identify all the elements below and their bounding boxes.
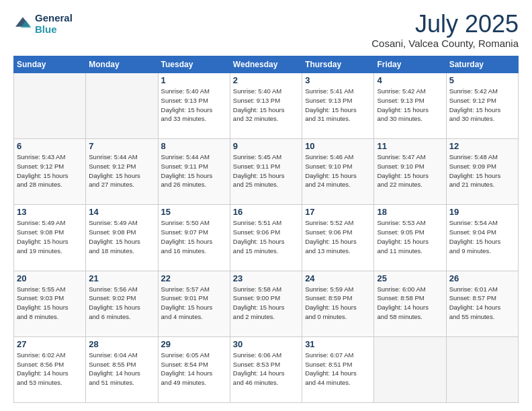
day-info: Sunrise: 5:55 AM Sunset: 9:03 PM Dayligh… xyxy=(17,285,83,322)
day-number: 24 xyxy=(305,273,371,283)
day-info: Sunrise: 6:07 AM Sunset: 8:51 PM Dayligh… xyxy=(305,351,371,387)
day-number: 31 xyxy=(305,339,371,349)
day-info: Sunrise: 5:40 AM Sunset: 9:13 PM Dayligh… xyxy=(161,87,227,124)
day-info: Sunrise: 6:04 AM Sunset: 8:55 PM Dayligh… xyxy=(89,351,154,387)
day-number: 3 xyxy=(305,75,371,85)
calendar-cell: 14Sunrise: 5:49 AM Sunset: 9:08 PM Dayli… xyxy=(86,205,158,271)
calendar-cell xyxy=(86,73,158,139)
day-info: Sunrise: 5:44 AM Sunset: 9:11 PM Dayligh… xyxy=(161,152,227,189)
day-info: Sunrise: 6:06 AM Sunset: 8:53 PM Dayligh… xyxy=(233,351,299,387)
day-number: 2 xyxy=(233,75,299,85)
calendar-cell: 21Sunrise: 5:56 AM Sunset: 9:02 PM Dayli… xyxy=(86,271,158,336)
day-info: Sunrise: 5:54 AM Sunset: 9:04 PM Dayligh… xyxy=(449,218,515,255)
day-info: Sunrise: 5:58 AM Sunset: 9:00 PM Dayligh… xyxy=(233,285,299,322)
logo-text: General Blue xyxy=(35,12,73,36)
calendar-cell xyxy=(446,336,518,402)
col-wednesday: Wednesday xyxy=(230,56,302,73)
day-number: 22 xyxy=(161,273,227,283)
day-info: Sunrise: 5:43 AM Sunset: 9:12 PM Dayligh… xyxy=(17,152,83,189)
day-info: Sunrise: 5:49 AM Sunset: 9:08 PM Dayligh… xyxy=(89,218,154,255)
calendar-cell: 10Sunrise: 5:46 AM Sunset: 9:10 PM Dayli… xyxy=(302,139,374,205)
calendar-header-row: Sunday Monday Tuesday Wednesday Thursday… xyxy=(14,56,519,73)
day-info: Sunrise: 6:02 AM Sunset: 8:56 PM Dayligh… xyxy=(17,351,83,387)
day-number: 17 xyxy=(305,207,371,217)
calendar-cell xyxy=(14,73,86,139)
day-number: 15 xyxy=(161,207,227,217)
calendar-cell: 20Sunrise: 5:55 AM Sunset: 9:03 PM Dayli… xyxy=(14,271,86,336)
day-info: Sunrise: 5:52 AM Sunset: 9:06 PM Dayligh… xyxy=(305,218,371,255)
day-info: Sunrise: 5:42 AM Sunset: 9:12 PM Dayligh… xyxy=(449,87,515,124)
logo-icon xyxy=(13,16,32,31)
calendar-cell: 30Sunrise: 6:06 AM Sunset: 8:53 PM Dayli… xyxy=(230,336,302,402)
calendar-cell: 16Sunrise: 5:51 AM Sunset: 9:06 PM Dayli… xyxy=(230,205,302,271)
col-friday: Friday xyxy=(374,56,446,73)
day-info: Sunrise: 5:40 AM Sunset: 9:13 PM Dayligh… xyxy=(233,87,299,124)
calendar-cell: 26Sunrise: 6:01 AM Sunset: 8:57 PM Dayli… xyxy=(446,271,518,336)
calendar-cell: 23Sunrise: 5:58 AM Sunset: 9:00 PM Dayli… xyxy=(230,271,302,336)
day-info: Sunrise: 5:45 AM Sunset: 9:11 PM Dayligh… xyxy=(233,152,299,189)
header: General Blue July 2025 Cosani, Valcea Co… xyxy=(13,12,519,49)
day-number: 29 xyxy=(161,339,227,349)
day-number: 9 xyxy=(233,141,299,151)
day-info: Sunrise: 5:53 AM Sunset: 9:05 PM Dayligh… xyxy=(377,218,443,255)
calendar-cell: 7Sunrise: 5:44 AM Sunset: 9:12 PM Daylig… xyxy=(86,139,158,205)
day-number: 4 xyxy=(377,75,443,85)
calendar-cell: 25Sunrise: 6:00 AM Sunset: 8:58 PM Dayli… xyxy=(374,271,446,336)
calendar-week-1: 1Sunrise: 5:40 AM Sunset: 9:13 PM Daylig… xyxy=(14,73,519,139)
calendar-cell: 15Sunrise: 5:50 AM Sunset: 9:07 PM Dayli… xyxy=(158,205,230,271)
day-number: 7 xyxy=(89,141,154,151)
calendar-cell: 24Sunrise: 5:59 AM Sunset: 8:59 PM Dayli… xyxy=(302,271,374,336)
calendar-cell: 3Sunrise: 5:41 AM Sunset: 9:13 PM Daylig… xyxy=(302,73,374,139)
calendar-cell: 19Sunrise: 5:54 AM Sunset: 9:04 PM Dayli… xyxy=(446,205,518,271)
calendar-cell: 18Sunrise: 5:53 AM Sunset: 9:05 PM Dayli… xyxy=(374,205,446,271)
month-title: July 2025 xyxy=(371,12,519,36)
day-info: Sunrise: 5:42 AM Sunset: 9:13 PM Dayligh… xyxy=(377,87,443,124)
day-number: 19 xyxy=(449,207,515,217)
calendar-week-2: 6Sunrise: 5:43 AM Sunset: 9:12 PM Daylig… xyxy=(14,139,519,205)
day-number: 20 xyxy=(17,273,83,283)
calendar-cell: 29Sunrise: 6:05 AM Sunset: 8:54 PM Dayli… xyxy=(158,336,230,402)
calendar-cell: 17Sunrise: 5:52 AM Sunset: 9:06 PM Dayli… xyxy=(302,205,374,271)
calendar-week-3: 13Sunrise: 5:49 AM Sunset: 9:08 PM Dayli… xyxy=(14,205,519,271)
calendar-cell: 2Sunrise: 5:40 AM Sunset: 9:13 PM Daylig… xyxy=(230,73,302,139)
day-number: 11 xyxy=(377,141,443,151)
day-number: 27 xyxy=(17,339,83,349)
col-thursday: Thursday xyxy=(302,56,374,73)
day-number: 5 xyxy=(449,75,515,85)
calendar-cell: 8Sunrise: 5:44 AM Sunset: 9:11 PM Daylig… xyxy=(158,139,230,205)
col-monday: Monday xyxy=(86,56,158,73)
calendar-table: Sunday Monday Tuesday Wednesday Thursday… xyxy=(13,56,519,403)
calendar-cell: 11Sunrise: 5:47 AM Sunset: 9:10 PM Dayli… xyxy=(374,139,446,205)
logo: General Blue xyxy=(13,12,73,36)
day-number: 6 xyxy=(17,141,83,151)
day-number: 18 xyxy=(377,207,443,217)
day-info: Sunrise: 5:46 AM Sunset: 9:10 PM Dayligh… xyxy=(305,152,371,189)
col-tuesday: Tuesday xyxy=(158,56,230,73)
location: Cosani, Valcea County, Romania xyxy=(371,38,519,49)
day-info: Sunrise: 5:59 AM Sunset: 8:59 PM Dayligh… xyxy=(305,285,371,322)
calendar-week-5: 27Sunrise: 6:02 AM Sunset: 8:56 PM Dayli… xyxy=(14,336,519,402)
calendar-cell: 4Sunrise: 5:42 AM Sunset: 9:13 PM Daylig… xyxy=(374,73,446,139)
calendar-cell: 31Sunrise: 6:07 AM Sunset: 8:51 PM Dayli… xyxy=(302,336,374,402)
day-number: 25 xyxy=(377,273,443,283)
day-number: 10 xyxy=(305,141,371,151)
day-number: 1 xyxy=(161,75,227,85)
day-info: Sunrise: 5:48 AM Sunset: 9:09 PM Dayligh… xyxy=(449,152,515,189)
calendar-week-4: 20Sunrise: 5:55 AM Sunset: 9:03 PM Dayli… xyxy=(14,271,519,336)
day-number: 23 xyxy=(233,273,299,283)
calendar-cell xyxy=(374,336,446,402)
day-info: Sunrise: 5:50 AM Sunset: 9:07 PM Dayligh… xyxy=(161,218,227,255)
day-info: Sunrise: 5:49 AM Sunset: 9:08 PM Dayligh… xyxy=(17,218,83,255)
calendar-cell: 9Sunrise: 5:45 AM Sunset: 9:11 PM Daylig… xyxy=(230,139,302,205)
day-number: 28 xyxy=(89,339,154,349)
day-info: Sunrise: 5:51 AM Sunset: 9:06 PM Dayligh… xyxy=(233,218,299,255)
day-number: 16 xyxy=(233,207,299,217)
day-number: 26 xyxy=(449,273,515,283)
calendar-cell: 22Sunrise: 5:57 AM Sunset: 9:01 PM Dayli… xyxy=(158,271,230,336)
calendar-cell: 12Sunrise: 5:48 AM Sunset: 9:09 PM Dayli… xyxy=(446,139,518,205)
page: General Blue July 2025 Cosani, Valcea Co… xyxy=(0,0,532,411)
day-info: Sunrise: 5:41 AM Sunset: 9:13 PM Dayligh… xyxy=(305,87,371,124)
day-info: Sunrise: 5:47 AM Sunset: 9:10 PM Dayligh… xyxy=(377,152,443,189)
day-info: Sunrise: 6:00 AM Sunset: 8:58 PM Dayligh… xyxy=(377,285,443,322)
day-number: 12 xyxy=(449,141,515,151)
